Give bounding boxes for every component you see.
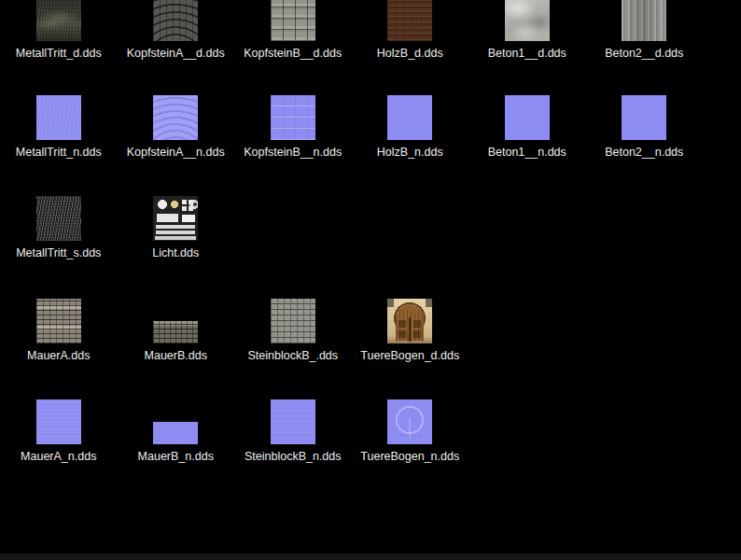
file-thumbnail-box: [153, 0, 198, 41]
icon-row: MetallTritt_s.dds Licht.dds: [0, 196, 741, 259]
file-item[interactable]: Beton2__n.dds: [586, 95, 704, 159]
file-thumbnail-box: [505, 95, 550, 140]
file-thumbnail-box: [36, 95, 81, 140]
file-item[interactable]: Beton1__n.dds: [468, 95, 586, 159]
file-item[interactable]: KopfsteinB__n.dds: [234, 95, 352, 159]
file-thumbnail-box: [153, 399, 198, 444]
file-thumbnail-kopfstein-b-n[interactable]: [271, 95, 315, 140]
taskbar-edge: [0, 553, 741, 560]
file-thumbnail-tuerebogen-n[interactable]: [387, 399, 432, 444]
file-label[interactable]: Beton1__d.dds: [488, 47, 566, 60]
icon-row: MetallTritt_d.dds KopfsteinA__d.dds Kopf…: [0, 0, 741, 60]
file-thumbnail-mauera-n[interactable]: [36, 399, 81, 444]
file-thumbnail-mauera[interactable]: [36, 299, 81, 343]
file-thumbnail-beton1-d[interactable]: [505, 0, 550, 41]
file-thumbnail-holzb-n[interactable]: [387, 95, 432, 140]
desktop-background[interactable]: MetallTritt_d.dds KopfsteinA__d.dds Kopf…: [0, 0, 741, 560]
file-thumbnail-kopfstein-a-d[interactable]: [153, 0, 198, 41]
file-thumbnail-box: [36, 0, 81, 41]
file-label[interactable]: MetallTritt_s.dds: [16, 246, 101, 259]
file-item[interactable]: MauerB_n.dds: [118, 399, 235, 463]
file-label[interactable]: KopfsteinA__n.dds: [127, 146, 225, 159]
file-thumbnail-mauerb-n[interactable]: [153, 422, 198, 444]
file-thumbnail-beton1-n[interactable]: [505, 95, 550, 140]
file-thumbnail-box: [622, 0, 666, 41]
file-item[interactable]: MauerA.dds: [0, 299, 118, 362]
file-item[interactable]: SteinblockB_.dds: [234, 299, 352, 362]
file-thumbnail-steinblock-n[interactable]: [271, 399, 315, 444]
file-thumbnail-kopfstein-b-d[interactable]: [271, 0, 315, 41]
file-label[interactable]: Beton2__d.dds: [605, 47, 683, 60]
file-thumbnail-box: [153, 299, 198, 343]
file-label[interactable]: HolzB_n.dds: [377, 146, 443, 159]
file-item[interactable]: Licht.dds: [118, 196, 235, 259]
file-label[interactable]: TuereBogen_n.dds: [360, 450, 459, 463]
file-thumbnail-beton2-d[interactable]: [622, 0, 666, 41]
file-item[interactable]: MetallTritt_n.dds: [0, 95, 118, 159]
file-thumbnail-box: [271, 0, 315, 41]
file-item[interactable]: HolzB_n.dds: [352, 95, 469, 159]
file-label[interactable]: HolzB_d.dds: [377, 47, 443, 60]
file-thumbnail-box: [387, 399, 432, 444]
file-label[interactable]: KopfsteinA__d.dds: [127, 47, 225, 60]
file-label[interactable]: TuereBogen_d.dds: [360, 349, 459, 362]
icon-row: MetallTritt_n.dds KopfsteinA__n.dds Kopf…: [0, 95, 741, 159]
file-thumbnail-holzb-d[interactable]: [387, 0, 432, 41]
file-thumbnail-box: [153, 196, 198, 241]
file-label[interactable]: Beton2__n.dds: [605, 146, 683, 159]
file-thumbnail-box: [387, 299, 432, 343]
file-label[interactable]: MauerA.dds: [27, 349, 90, 362]
file-thumbnail-box: [271, 95, 315, 140]
file-thumbnail-box: [505, 0, 550, 41]
file-thumbnail-box: [387, 95, 432, 140]
file-thumbnail-metalltritt-d[interactable]: [36, 0, 81, 41]
file-thumbnail-steinblock-b[interactable]: [271, 299, 315, 343]
file-label[interactable]: Licht.dds: [152, 246, 199, 259]
file-thumbnail-box: [153, 95, 198, 140]
file-thumbnail-box: [622, 95, 666, 140]
file-thumbnail-box: [271, 299, 315, 343]
file-thumbnail-licht[interactable]: [153, 196, 198, 241]
file-label[interactable]: KopfsteinB__n.dds: [244, 146, 342, 159]
file-thumbnail-box: [271, 399, 315, 444]
file-thumbnail-beton2-n[interactable]: [622, 95, 666, 140]
file-thumbnail-kopfstein-a-n[interactable]: [153, 95, 198, 140]
file-label[interactable]: MauerB_n.dds: [138, 450, 214, 463]
file-thumbnail-box: [36, 299, 81, 343]
icon-row: MauerA.dds MauerB.dds SteinblockB_.dds T…: [0, 299, 741, 362]
file-item[interactable]: KopfsteinA__n.dds: [118, 95, 235, 159]
file-label[interactable]: SteinblockB_.dds: [247, 349, 338, 362]
file-item[interactable]: SteinblockB_n.dds: [234, 399, 352, 463]
file-thumbnail-box: [36, 399, 81, 444]
file-thumbnail-box: [36, 196, 81, 241]
file-item[interactable]: HolzB_d.dds: [352, 0, 469, 60]
file-label[interactable]: MetallTritt_n.dds: [16, 146, 102, 159]
file-item[interactable]: TuereBogen_d.dds: [352, 299, 469, 362]
file-item[interactable]: MauerB.dds: [118, 299, 235, 362]
file-item[interactable]: MetallTritt_d.dds: [0, 0, 118, 60]
file-item[interactable]: KopfsteinB__d.dds: [234, 0, 352, 60]
file-label[interactable]: MetallTritt_d.dds: [16, 47, 102, 60]
file-thumbnail-metalltritt-n[interactable]: [36, 95, 81, 140]
file-icon-grid: MetallTritt_d.dds KopfsteinA__d.dds Kopf…: [0, 0, 741, 560]
file-label[interactable]: Beton1__n.dds: [488, 146, 566, 159]
file-thumbnail-tuerebogen-d[interactable]: [387, 299, 432, 343]
file-item[interactable]: MauerA_n.dds: [0, 399, 118, 463]
file-item[interactable]: KopfsteinA__d.dds: [118, 0, 235, 60]
file-thumbnail-metalltritt-s[interactable]: [36, 196, 81, 241]
file-item[interactable]: TuereBogen_n.dds: [352, 399, 469, 463]
file-label[interactable]: MauerB.dds: [145, 349, 207, 362]
file-thumbnail-box: [387, 0, 432, 41]
file-item[interactable]: MetallTritt_s.dds: [0, 196, 118, 259]
file-item[interactable]: Beton2__d.dds: [586, 0, 704, 60]
file-label[interactable]: KopfsteinB__d.dds: [244, 47, 342, 60]
icon-row: MauerA_n.dds MauerB_n.dds SteinblockB_n.…: [0, 399, 741, 463]
file-item[interactable]: Beton1__d.dds: [468, 0, 586, 60]
file-label[interactable]: MauerA_n.dds: [21, 450, 96, 463]
file-thumbnail-mauerb[interactable]: [153, 321, 198, 343]
file-label[interactable]: SteinblockB_n.dds: [245, 450, 342, 463]
